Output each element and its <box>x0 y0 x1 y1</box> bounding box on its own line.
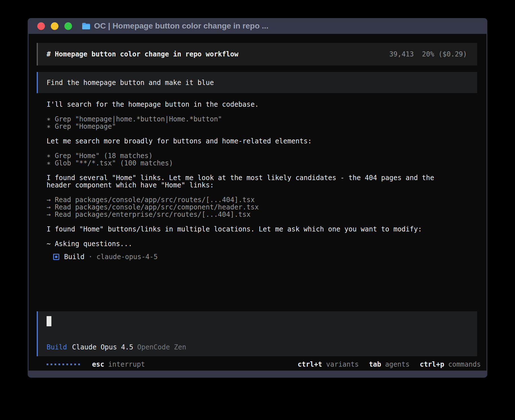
transcript-line: ~ Asking questions... <box>47 240 477 248</box>
session-title: # Homepage button color change in repo w… <box>47 51 238 58</box>
agent-status-row: Build · claude-opus-4-5 <box>37 253 477 261</box>
context-percent: 20% <box>422 51 434 58</box>
spinner-dot <box>47 364 48 365</box>
titlebar[interactable]: OC | Homepage button color change in rep… <box>28 18 487 34</box>
user-message: Find the homepage button and make it blu… <box>37 72 477 93</box>
shortcut-hints: ctrl+t variants tab agents ctrl+p comman… <box>298 361 481 368</box>
transcript-line: ∗ Grep "Home" (18 matches) <box>47 152 477 159</box>
prompt-input[interactable]: Build Claude Opus 4.5 OpenCode Zen <box>37 311 477 356</box>
transcript-line <box>47 108 477 115</box>
status-bar: esc interrupt ctrl+t variants tab agents… <box>37 361 481 368</box>
spinner-dot <box>54 364 56 365</box>
esc-key-hint: esc <box>92 361 104 368</box>
close-button[interactable] <box>37 22 45 30</box>
spinner-dot <box>70 364 72 365</box>
traffic-lights <box>37 22 72 30</box>
spinner-dot <box>74 364 76 365</box>
window-bottom-edge <box>28 371 487 378</box>
agent-build-icon <box>53 254 59 260</box>
transcript-line <box>47 189 477 196</box>
transcript-line <box>47 167 477 174</box>
transcript-line: ∗ Glob "**/*.tsx" (100 matches) <box>47 159 477 167</box>
transcript: I'll search for the homepage button in t… <box>37 101 477 248</box>
transcript-line: I found several "Home" links. Let me loo… <box>47 174 477 181</box>
transcript-line: ∗ Grep "Homepage" <box>47 123 477 130</box>
input-status-line: Build Claude Opus 4.5 OpenCode Zen <box>47 344 469 351</box>
token-count: 39,413 <box>389 51 414 58</box>
text-cursor <box>47 316 51 326</box>
session-stats: 39,413 20% ($0.29) <box>389 51 467 58</box>
transcript-line: → Read packages/console/app/src/componen… <box>47 204 477 211</box>
transcript-line: → Read packages/enterprise/src/routes/[.… <box>47 211 477 218</box>
transcript-line: I'll search for the homepage button in t… <box>47 101 477 108</box>
spinner-dot <box>58 364 60 365</box>
terminal-content: # Homepage button color change in repo w… <box>29 34 486 371</box>
model-label[interactable]: Claude Opus 4.5 <box>72 344 133 351</box>
terminal-window: OC | Homepage button color change in rep… <box>28 18 487 378</box>
transcript-line: ∗ Grep "homepage|home.*button|Home.*butt… <box>47 115 477 123</box>
transcript-line: Let me search more broadly for buttons a… <box>47 137 477 145</box>
spinner-dot <box>78 364 80 365</box>
commands-label: commands <box>448 361 481 368</box>
agent-name: Build <box>64 253 84 261</box>
working-spinner <box>37 364 80 365</box>
shortcut-variants: ctrl+t variants <box>298 361 359 368</box>
minimize-button[interactable] <box>51 22 58 30</box>
agent-separator: · <box>88 253 92 261</box>
spinner-dot <box>62 364 64 365</box>
transcript-spacer <box>29 261 486 311</box>
titlebar-title-group: OC | Homepage button color change in rep… <box>82 21 269 30</box>
window-title: OC | Homepage button color change in rep… <box>94 21 269 30</box>
mode-label[interactable]: Build <box>47 344 67 351</box>
folder-icon <box>82 23 90 30</box>
spinner-dot <box>51 364 52 365</box>
transcript-line: → Read packages/console/app/src/routes/[… <box>47 196 477 204</box>
agents-label: agents <box>385 361 410 368</box>
transcript-line <box>47 218 477 226</box>
transcript-line <box>47 233 477 240</box>
spinner-dot <box>66 364 68 365</box>
transcript-line: header component which have "Home" links… <box>47 181 477 189</box>
tab-key-hint: tab <box>369 361 381 368</box>
shortcut-commands: ctrl+p commands <box>420 361 481 368</box>
shortcut-agents: tab agents <box>369 361 410 368</box>
transcript-line <box>47 145 477 152</box>
agent-model: claude-opus-4-5 <box>97 253 158 261</box>
provider-label: OpenCode Zen <box>137 344 186 351</box>
ctrl-t-key-hint: ctrl+t <box>298 361 322 368</box>
variants-label: variants <box>326 361 359 368</box>
session-header: # Homepage button color change in repo w… <box>37 43 477 65</box>
ctrl-p-key-hint: ctrl+p <box>420 361 444 368</box>
zoom-button[interactable] <box>64 22 72 30</box>
session-cost: ($0.29) <box>438 51 467 58</box>
transcript-line <box>47 130 477 137</box>
user-message-text: Find the homepage button and make it blu… <box>47 79 214 86</box>
transcript-line: I found "Home" buttons/links in multiple… <box>47 226 477 233</box>
interrupt-label: interrupt <box>108 361 145 368</box>
